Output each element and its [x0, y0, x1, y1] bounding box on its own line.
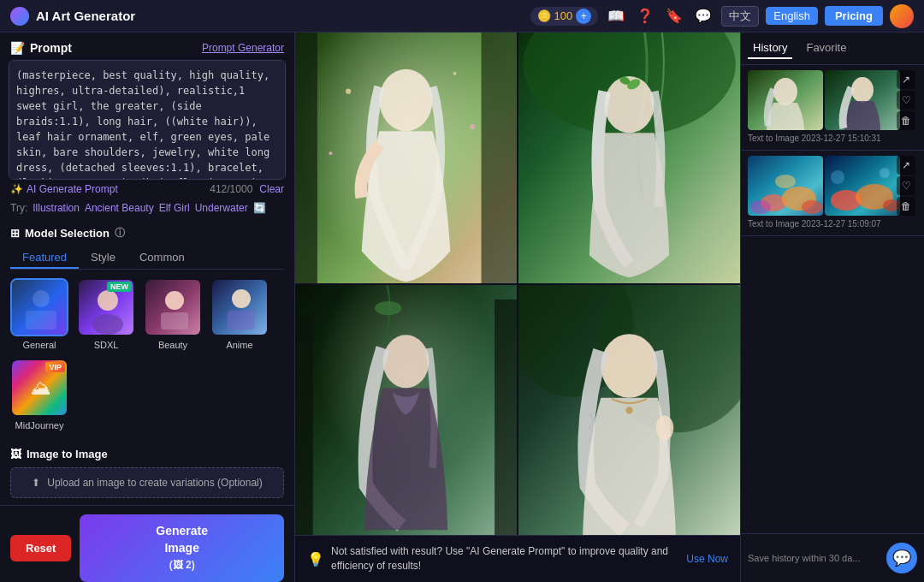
prompt-footer: ✨ AI Generate Prompt 412/1000 Clear	[0, 180, 294, 199]
history-thumb-img-1a[interactable]	[748, 70, 823, 130]
right-tabs: History Favorite	[741, 33, 924, 65]
svg-point-49	[775, 175, 796, 188]
model-card-midjourney[interactable]: ⛰ VIP MidJourney	[10, 359, 68, 431]
model-thumb-midjourney: ⛰ VIP	[10, 359, 68, 417]
generate-count-label: (🖼 2)	[169, 559, 195, 571]
try-illustration[interactable]: Illustration	[33, 202, 80, 214]
delete-icon-2[interactable]: 🗑	[897, 197, 915, 216]
use-now-link[interactable]: Use Now	[686, 553, 728, 565]
svg-point-4	[98, 290, 118, 311]
share-icon[interactable]: ↗	[897, 70, 915, 89]
model-section: ⊞ Model Selection ⓘ Featured Style Commo…	[0, 219, 294, 441]
image-to-image-section: 🖼 Image to Image ⬆ Upload an image to cr…	[0, 441, 294, 505]
pricing-button[interactable]: Pricing	[825, 6, 883, 26]
history-thumb-img-2b[interactable]	[825, 156, 900, 216]
heart-icon[interactable]: ♡	[897, 91, 915, 110]
generate-button[interactable]: GenerateImage (🖼 2)	[80, 514, 284, 582]
try-label: Try:	[10, 202, 27, 214]
svg-point-21	[329, 151, 332, 155]
add-coins-button[interactable]: +	[576, 9, 591, 24]
svg-rect-16	[295, 33, 317, 283]
svg-point-43	[851, 77, 874, 103]
image-cell-2[interactable]	[518, 33, 740, 283]
right-footer: Save history within 30 da... 💬	[741, 533, 924, 582]
upload-icon: ⬆	[32, 477, 40, 489]
try-ancient-beauty[interactable]: Ancient Beauty	[85, 202, 154, 214]
try-elf-girl[interactable]: Elf Girl	[159, 202, 190, 214]
svg-rect-2	[26, 311, 56, 330]
tab-featured[interactable]: Featured	[10, 247, 79, 269]
navbar-left: AI Art Generator	[10, 7, 135, 26]
image-cell-1[interactable]	[295, 33, 517, 283]
history-thumb-2: ↗ ♡ 🗑	[741, 151, 924, 216]
main-layout: 📝 Prompt Prompt Generator (masterpiece, …	[0, 33, 924, 582]
tab-style[interactable]: Style	[79, 247, 127, 269]
share-icon-2[interactable]: ↗	[897, 156, 915, 175]
lang-en-button[interactable]: English	[766, 7, 818, 25]
avatar[interactable]	[890, 4, 914, 28]
right-panel: History Favorite	[740, 33, 924, 582]
history-list: ↗ ♡ 🗑 Text to Image 2023-12-27 15:10:31	[741, 65, 924, 533]
upload-button[interactable]: ⬆ Upload an image to create variations (…	[10, 467, 284, 498]
history-thumb-img-2a[interactable]	[748, 156, 823, 216]
svg-point-54	[831, 170, 844, 184]
prompt-generator-link[interactable]: Prompt Generator	[202, 42, 284, 54]
chat-bubble-icon: 💬	[892, 549, 911, 567]
image-grid	[295, 33, 740, 535]
refresh-icon[interactable]: 🔄	[253, 202, 266, 214]
center-footer: 💡 Not satisfied with result? Use "AI Gen…	[295, 535, 740, 582]
badge-new-sdxl: NEW	[107, 282, 132, 292]
image-cell-4[interactable]	[518, 285, 740, 536]
chat-icon[interactable]: 💬	[692, 5, 714, 27]
bookmark-icon[interactable]: 🔖	[663, 5, 685, 27]
model-card-anime[interactable]: Anime	[210, 278, 269, 350]
model-name-sdxl: SDXL	[94, 340, 119, 350]
model-card-general[interactable]: General	[10, 278, 68, 350]
prompt-char-count: 412/1000	[210, 183, 252, 195]
history-thumb-1: ↗ ♡ 🗑	[741, 65, 924, 130]
img2img-header: 🖼 Image to Image	[10, 448, 284, 460]
model-icon: ⊞	[10, 227, 20, 240]
prompt-textarea[interactable]: (masterpiece, best quality, high quality…	[9, 60, 286, 180]
history-item-1: ↗ ♡ 🗑 Text to Image 2023-12-27 15:10:31	[741, 65, 924, 151]
image-cell-3[interactable]	[295, 285, 517, 536]
model-selection-header: ⊞ Model Selection ⓘ	[10, 226, 284, 241]
svg-point-5	[92, 314, 123, 335]
model-help-icon[interactable]: ⓘ	[115, 226, 125, 241]
left-panel: 📝 Prompt Prompt Generator (masterpiece, …	[0, 33, 295, 582]
coin-icon: 🪙	[537, 9, 551, 22]
footer-text: Not satisfied with result? Use "AI Gener…	[331, 544, 679, 573]
model-name-midjourney: MidJourney	[15, 420, 64, 431]
history-actions-1: ↗ ♡ 🗑	[897, 70, 915, 130]
app-logo	[10, 7, 29, 26]
lang-zh-button[interactable]: 中文	[721, 6, 759, 27]
delete-icon[interactable]: 🗑	[897, 111, 915, 130]
chat-support-button[interactable]: 💬	[886, 543, 917, 573]
model-grid: General	[10, 278, 284, 437]
ai-generate-link[interactable]: ✨ AI Generate Prompt	[10, 183, 118, 195]
model-thumb-general	[10, 278, 68, 336]
tab-history[interactable]: History	[748, 38, 792, 59]
svg-text:⛰: ⛰	[31, 376, 51, 399]
history-thumb-img-1b[interactable]	[825, 70, 900, 130]
svg-point-39	[656, 415, 674, 440]
badge-vip-midjourney: VIP	[45, 362, 65, 372]
navbar: AI Art Generator 🪙 100 + 📖 ❓ 🔖 💬 中文 Engl…	[0, 0, 924, 33]
tab-common[interactable]: Common	[127, 247, 197, 269]
help-icon[interactable]: ❓	[634, 5, 656, 27]
try-underwater[interactable]: Underwater	[195, 202, 248, 214]
model-card-beauty[interactable]: Beauty	[144, 278, 202, 350]
book-icon[interactable]: 📖	[605, 5, 627, 27]
history-meta-2: Text to Image 2023-12-27 15:09:07	[741, 216, 924, 235]
model-card-sdxl[interactable]: NEW SDXL	[77, 278, 135, 350]
model-thumb-sdxl: NEW	[77, 278, 135, 336]
clear-button[interactable]: Clear	[259, 183, 284, 195]
svg-point-33	[383, 335, 429, 388]
tab-favorite[interactable]: Favorite	[801, 38, 851, 59]
coin-badge: 🪙 100 +	[530, 7, 599, 26]
heart-icon-2[interactable]: ♡	[897, 176, 915, 195]
center-panel: 💡 Not satisfied with result? Use "AI Gen…	[295, 33, 740, 582]
svg-point-47	[802, 200, 822, 214]
history-actions-2: ↗ ♡ 🗑	[897, 156, 915, 216]
reset-button[interactable]: Reset	[10, 535, 71, 561]
